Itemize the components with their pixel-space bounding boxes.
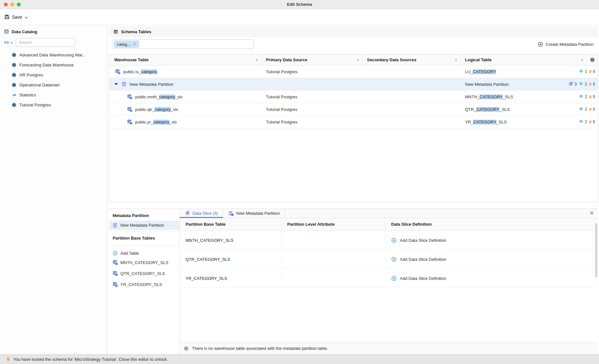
row-badges: 3 2 #5 <box>568 81 595 87</box>
table-header-row: Warehouse Table Primary Data Source Seco… <box>110 54 598 65</box>
sort-icon <box>581 58 584 62</box>
schema-tables-table: Warehouse Table Primary Data Source Seco… <box>109 54 598 202</box>
remove-filter-icon[interactable] <box>133 43 136 46</box>
slice-table-header: Partition Base Table Partition Level Att… <box>180 218 598 231</box>
partition-level-attribute-cell <box>281 231 385 250</box>
table-filter-input[interactable]: categ... <box>112 39 254 49</box>
postgres-icon <box>12 83 16 87</box>
warehouse-table-icon <box>127 119 132 124</box>
warehouse-table-icon <box>113 282 118 287</box>
pie-chart-icon <box>568 81 573 87</box>
fact-count-badge: #5 <box>589 107 595 112</box>
save-button[interactable]: Save <box>4 14 28 20</box>
minimize-window-button[interactable] <box>10 3 14 6</box>
titlebar: Edit Schema <box>0 0 599 9</box>
sidebar-item-forecasting-data-warehouse[interactable]: Forecasting Data Warehouse <box>0 60 107 70</box>
slice-row: YR_CATEGORY_SLS Add Data Slice Definitio… <box>180 269 598 288</box>
fact-count-badge: #5 <box>589 119 595 124</box>
toolbar: Save <box>0 9 599 25</box>
base-table-item[interactable]: MNTH_CATEGORY_SLS <box>109 257 179 268</box>
partition-table-icon <box>228 211 234 216</box>
window-title: Edit Schema <box>0 2 599 7</box>
metadata-partition-icon <box>113 223 118 228</box>
row-badges: 2 #5 <box>579 106 595 112</box>
partition-sidebar: Metadata Partition New Metadata Partitio… <box>109 209 180 354</box>
partition-base-table-cell: QTR_CATEGORY_SLS <box>180 250 281 269</box>
data-slice-definition-cell: Add Data Slice Definition <box>385 269 598 288</box>
save-icon <box>4 14 10 20</box>
content: Data Catalog All Advanced Data Warehousi… <box>0 25 599 354</box>
warehouse-table-icon <box>127 107 132 112</box>
sidebar-filter-row: All <box>0 37 107 48</box>
warehouse-table-cell: public.yr_category_sls <box>110 119 261 124</box>
filter-row: categ... Create Metadata Partition <box>109 39 598 49</box>
row-badges: 2 #5 <box>579 94 595 100</box>
close-panel-button[interactable] <box>590 209 598 218</box>
add-data-slice-definition-button[interactable]: Add Data Slice Definition <box>391 238 446 243</box>
column-header-partition-level-attribute: Partition Level Attribute <box>281 218 385 231</box>
partition-base-table-cell: YR_CATEGORY_SLS <box>180 269 281 288</box>
table-row[interactable]: New Metadata Partition New Metadata Part… <box>110 78 598 91</box>
base-table-item[interactable]: YR_CATEGORY_SLS <box>109 279 179 290</box>
fact-count-badge: #5 <box>589 94 595 99</box>
postgres-icon <box>12 103 16 107</box>
save-dropdown-chevron-icon[interactable] <box>25 15 28 20</box>
table-row[interactable]: public.qtr_category_sls Tutorial Postgre… <box>110 103 598 116</box>
table-row[interactable]: public.yr_category_sls Tutorial Postgres… <box>110 116 598 128</box>
data-catalog-sidebar: Data Catalog All Advanced Data Warehousi… <box>0 25 107 354</box>
add-data-slice-definition-button[interactable]: Add Data Slice Definition <box>391 257 446 262</box>
lock-icon <box>6 356 11 362</box>
base-table-item[interactable]: QTR_CATEGORY_SLS <box>109 268 179 279</box>
logical-table-cell: LU_CATEGORY 1 #0 <box>461 69 598 74</box>
collapse-caret-icon[interactable] <box>115 83 118 85</box>
schema-tables-icon <box>113 29 118 34</box>
info-bar: There is no warehouse table associated w… <box>180 342 598 354</box>
sidebar-item-advanced-data-warehousing[interactable]: Advanced Data Warehousing War... <box>0 50 107 60</box>
filter-chip-label: categ... <box>117 42 131 47</box>
warehouse-table-icon <box>115 69 120 74</box>
postgres-icon <box>12 73 16 77</box>
column-settings-button[interactable] <box>587 54 598 65</box>
search-input[interactable] <box>16 38 76 47</box>
scope-dropdown[interactable]: All <box>4 40 13 45</box>
table-row[interactable]: public.lu_category Tutorial Postgres LU_… <box>110 65 598 78</box>
column-header-warehouse-table[interactable]: Warehouse Table <box>110 54 261 65</box>
sort-icon <box>455 58 457 62</box>
warehouse-table-cell: New Metadata Partition <box>110 82 261 87</box>
column-header-secondary-data-sources[interactable]: Secondary Data Sources <box>362 54 461 65</box>
table-row[interactable]: public.mnth_category_sls Tutorial Postgr… <box>110 91 598 103</box>
fact-hash-icon: # <box>589 107 592 112</box>
add-table-button[interactable]: Add Table <box>109 245 179 257</box>
slice-tabbar: Data Slice (3) New Metadata Partition <box>180 209 598 218</box>
column-header-logical-table[interactable]: Logical Table <box>461 54 587 65</box>
tab-new-metadata-partition[interactable]: New Metadata Partition <box>223 209 285 218</box>
postgres-icon <box>12 53 16 57</box>
close-window-button[interactable] <box>4 3 8 6</box>
attribute-count-badge: 2 <box>579 119 587 125</box>
logical-table-cell: YR_CATEGORY_SLS 2 #5 <box>461 119 598 125</box>
filter-chip[interactable]: categ... <box>114 41 139 48</box>
fact-hash-icon: # <box>589 119 592 124</box>
fact-hash-icon: # <box>589 94 592 99</box>
gear-icon <box>590 57 595 63</box>
info-icon <box>184 346 189 351</box>
partition-base-tables-heading: Partition Base Tables <box>109 231 179 243</box>
sidebar-item-statistics[interactable]: Statistics <box>0 90 107 100</box>
zoom-window-button[interactable] <box>17 3 21 6</box>
warehouse-table-cell: public.mnth_category_sls <box>110 94 261 99</box>
partition-item-new-metadata-partition[interactable]: New Metadata Partition <box>109 221 179 230</box>
sidebar-item-hr-postgres[interactable]: HR Postgres <box>0 70 107 80</box>
row-badges: 2 #5 <box>579 119 595 125</box>
fact-hash-icon: # <box>589 69 592 74</box>
tab-data-slice[interactable]: Data Slice (3) <box>180 209 223 218</box>
main-area: Schema Tables categ... Create Metadata P… <box>107 25 599 354</box>
column-header-primary-data-source[interactable]: Primary Data Source <box>261 54 362 65</box>
save-label: Save <box>12 15 22 20</box>
add-data-slice-definition-button[interactable]: Add Data Slice Definition <box>391 276 446 281</box>
create-metadata-partition-button[interactable]: Create Metadata Partition <box>538 42 598 47</box>
postgres-icon <box>12 63 16 67</box>
close-icon <box>590 211 594 216</box>
sidebar-item-tutorial-postgres[interactable]: Tutorial Postgres <box>0 100 107 110</box>
sidebar-item-operational-datamart[interactable]: Operational Datamart <box>0 80 107 90</box>
scrollbar[interactable] <box>595 223 597 277</box>
